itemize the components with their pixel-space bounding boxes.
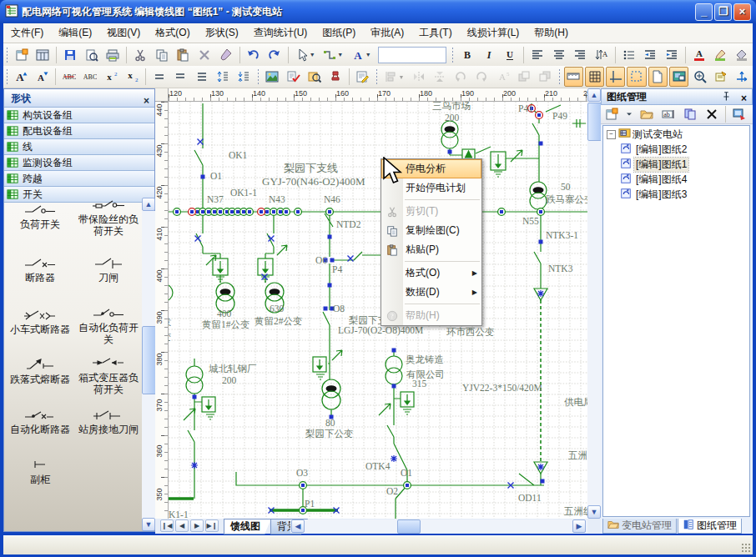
shape-group-3[interactable]: 线 bbox=[4, 139, 154, 155]
align-center-icon[interactable] bbox=[549, 45, 569, 65]
font-combo[interactable] bbox=[378, 47, 447, 63]
menu-item-9[interactable]: 工具(T) bbox=[411, 24, 459, 42]
copy-icon[interactable] bbox=[152, 45, 172, 65]
menu-item-3[interactable]: 视图(V) bbox=[99, 24, 148, 42]
grow-font-icon[interactable]: A bbox=[12, 67, 31, 87]
panel-tab-drawings-manage[interactable]: 图纸管理 bbox=[678, 519, 742, 534]
toolbar-grip[interactable] bbox=[558, 68, 561, 85]
menu-item-7[interactable]: 图纸(P) bbox=[315, 24, 363, 42]
cut-icon[interactable] bbox=[130, 45, 150, 65]
toolbar-grip[interactable] bbox=[6, 68, 8, 85]
edit-note-icon[interactable] bbox=[353, 67, 372, 87]
insert-picture-icon[interactable] bbox=[263, 67, 282, 87]
menu-item-4[interactable]: 格式(O) bbox=[148, 24, 197, 42]
line-color-icon[interactable] bbox=[711, 45, 731, 65]
tree-item-drawing-4[interactable]: [编辑]图纸3 bbox=[603, 188, 749, 201]
undo-icon[interactable] bbox=[244, 45, 264, 65]
stencil-item-load-switch[interactable]: 负荷开关 bbox=[8, 203, 73, 230]
flip-vertical-icon[interactable] bbox=[430, 67, 449, 87]
strikethrough-icon[interactable]: ABC bbox=[59, 67, 78, 87]
stencil-item-auto-breaker[interactable]: 自动化断路器 bbox=[8, 408, 73, 435]
copy-page-icon[interactable] bbox=[680, 104, 700, 124]
stencil-item-trolley-breaker[interactable]: 小车式断路器 bbox=[8, 308, 73, 335]
bold-icon[interactable]: B bbox=[457, 45, 477, 65]
tree-item-drawing-1[interactable]: [编辑]图纸2 bbox=[603, 143, 749, 156]
menu-item-8[interactable]: 审批(A) bbox=[363, 24, 411, 42]
font-color-icon[interactable]: A bbox=[689, 45, 709, 65]
italic-icon[interactable]: I bbox=[479, 45, 499, 65]
send-backward-icon[interactable] bbox=[535, 67, 554, 87]
approve-check-icon[interactable] bbox=[284, 67, 303, 87]
collapse-icon[interactable]: − bbox=[607, 130, 616, 139]
find-drawing-icon[interactable] bbox=[305, 67, 324, 87]
substation-view-icon[interactable] bbox=[729, 104, 749, 124]
new-drawing-icon[interactable] bbox=[602, 104, 622, 124]
first-page-icon[interactable]: ❙◀ bbox=[160, 519, 174, 532]
dropdown-icon[interactable] bbox=[623, 104, 635, 124]
print-preview-icon[interactable] bbox=[82, 45, 102, 65]
restore-button[interactable]: ❐ bbox=[714, 3, 732, 21]
line-spacing3-icon[interactable] bbox=[192, 67, 211, 87]
menu-item-1[interactable]: 文件(F) bbox=[3, 24, 51, 42]
fill-color-icon[interactable] bbox=[732, 45, 752, 65]
rotate-left-icon[interactable] bbox=[451, 67, 470, 87]
context-menu-item-5[interactable]: 复制绘图(C) bbox=[381, 221, 481, 240]
shrink-font-icon[interactable]: A bbox=[33, 67, 52, 87]
rotate-right-icon[interactable] bbox=[472, 67, 491, 87]
ruler-toggle-icon[interactable] bbox=[564, 67, 583, 87]
rename-icon[interactable]: ab bbox=[658, 104, 678, 124]
shape-group-5[interactable]: 跨越 bbox=[4, 171, 154, 187]
shape-group-4[interactable]: 监测设备组 bbox=[4, 155, 154, 171]
grid-toggle-icon[interactable] bbox=[585, 67, 604, 87]
overview-toggle-icon[interactable] bbox=[669, 67, 688, 87]
stencil-item-auto-load-switch[interactable]: 自动化负荷开关 bbox=[76, 306, 141, 345]
bullets-icon[interactable] bbox=[619, 45, 639, 65]
title-bar[interactable]: 配电网络可视化管理系统 编辑馈线图 “图纸1” - 测试变电站 _ ❐ × bbox=[0, 0, 756, 23]
stencil-item-fused-load-switch[interactable]: 带保险丝的负荷开关 bbox=[76, 198, 141, 237]
space-below-icon[interactable] bbox=[234, 67, 254, 87]
toolbar-grip[interactable] bbox=[6, 47, 8, 63]
scroll-up-icon[interactable]: ▲ bbox=[587, 88, 601, 102]
minimize-button[interactable]: _ bbox=[695, 3, 713, 21]
new-drawing-icon[interactable] bbox=[12, 45, 32, 65]
feeder-diagram[interactable]: 三鸟市场200P41P49OK1O1OK1-1N37N43N46NTD2梨园下支… bbox=[169, 102, 587, 519]
underline-icon[interactable]: U bbox=[501, 45, 521, 65]
stencil-item-station-ground-knife[interactable]: 站房接地刀闸 bbox=[76, 408, 141, 435]
scroll-down-icon[interactable]: ▼ bbox=[142, 518, 155, 531]
space-above-icon[interactable] bbox=[213, 67, 232, 87]
menu-item-5[interactable]: 形状(S) bbox=[198, 24, 246, 42]
canvas-hscroll-thumb[interactable] bbox=[397, 519, 421, 534]
bring-forward-icon[interactable] bbox=[514, 67, 533, 87]
stencil-item-drop-fuse[interactable]: 跌落式熔断器 bbox=[8, 358, 73, 385]
shape-group-2[interactable]: 配电设备组 bbox=[4, 123, 154, 139]
context-menu-item-8[interactable]: 格式(O)▶ bbox=[381, 263, 481, 283]
last-page-icon[interactable]: ▶❙ bbox=[205, 519, 219, 532]
menu-item-10[interactable]: 线损计算(L) bbox=[460, 24, 527, 42]
line-spacing1-icon[interactable] bbox=[149, 67, 169, 87]
marquee-toggle-icon[interactable] bbox=[627, 67, 646, 87]
connector-points-icon[interactable] bbox=[733, 67, 752, 87]
pointer-tool-icon[interactable]: ▼ bbox=[292, 45, 319, 65]
superscript-icon[interactable]: x2 bbox=[102, 67, 121, 87]
connector-tool-icon[interactable]: ▼ bbox=[320, 45, 347, 65]
tree-item-drawing-2[interactable]: [编辑]图纸1 bbox=[603, 158, 749, 171]
shape-group-1[interactable]: 构筑设备组 bbox=[4, 108, 154, 123]
align-left-icon[interactable] bbox=[527, 45, 547, 65]
redo-icon[interactable] bbox=[265, 45, 285, 65]
delete-icon[interactable] bbox=[194, 45, 214, 65]
scroll-down-icon[interactable]: ▼ bbox=[587, 505, 601, 519]
canvas-horizontal-scrollbar[interactable] bbox=[290, 519, 587, 533]
page-break-toggle-icon[interactable] bbox=[648, 67, 668, 87]
subscript-icon[interactable]: x2 bbox=[123, 67, 142, 87]
open-folder-icon[interactable] bbox=[637, 104, 657, 124]
stencil-item-aux-cabinet[interactable]: 副柜 bbox=[8, 458, 73, 485]
align-right-icon[interactable] bbox=[571, 45, 591, 65]
guides-toggle-icon[interactable] bbox=[606, 67, 625, 87]
menu-item-6[interactable]: 查询统计(U) bbox=[246, 24, 315, 42]
properties-icon[interactable] bbox=[712, 67, 731, 87]
scroll-left-icon[interactable]: ◀ bbox=[291, 519, 305, 533]
stencil-window-icon[interactable] bbox=[33, 45, 53, 65]
text-tool-icon[interactable]: A▼ bbox=[348, 45, 375, 65]
align-shapes-icon[interactable]: ▼ bbox=[381, 67, 407, 87]
flip-horizontal-icon[interactable] bbox=[409, 67, 428, 87]
